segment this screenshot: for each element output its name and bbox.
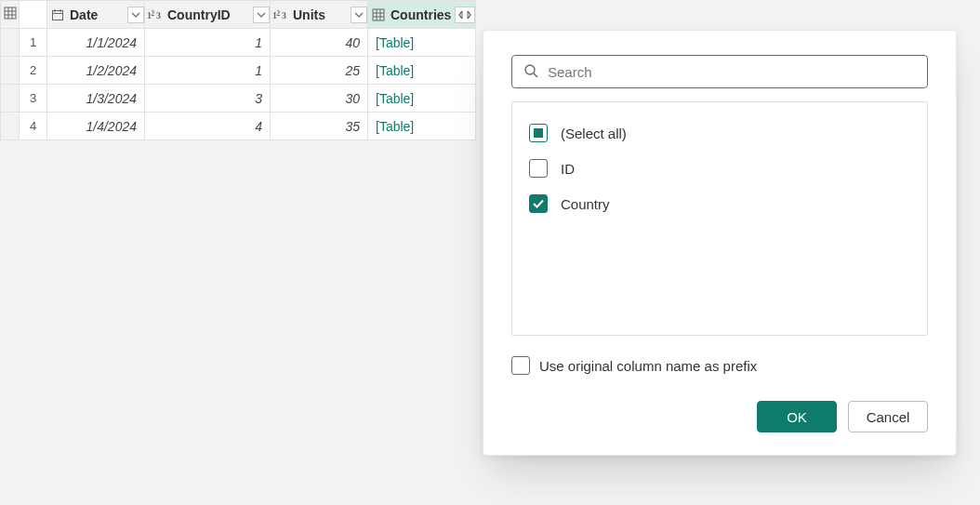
- checkbox-unchecked[interactable]: [511, 356, 530, 375]
- cell-date[interactable]: 1/1/2024: [47, 29, 145, 57]
- expand-column-popup: (Select all) ID Country Use original col…: [483, 30, 957, 456]
- cell-units[interactable]: 40: [271, 29, 368, 57]
- svg-text:3: 3: [156, 10, 161, 20]
- cell-countryid[interactable]: 3: [145, 85, 271, 113]
- table-icon: [370, 8, 387, 21]
- svg-rect-5: [53, 10, 63, 20]
- cell-units[interactable]: 30: [271, 85, 368, 113]
- cell-countryid[interactable]: 1: [145, 29, 271, 57]
- cell-countryid[interactable]: 4: [145, 113, 271, 140]
- option-select-all[interactable]: (Select all): [529, 115, 910, 151]
- row-number: 2: [20, 57, 47, 85]
- column-header-date[interactable]: Date: [47, 1, 145, 29]
- cell-countries[interactable]: [Table]: [368, 113, 476, 140]
- cell-units[interactable]: 25: [271, 57, 368, 85]
- option-label: (Select all): [561, 126, 627, 141]
- checkbox-checked[interactable]: [529, 194, 548, 213]
- number-type-icon: 123: [147, 8, 164, 21]
- checkbox-unchecked[interactable]: [529, 159, 548, 178]
- svg-rect-15: [373, 9, 384, 20]
- cancel-button[interactable]: Cancel: [848, 401, 928, 432]
- cell-date[interactable]: 1/4/2024: [47, 113, 145, 140]
- column-label: Countries: [391, 7, 451, 22]
- chevron-down-icon: [131, 12, 140, 18]
- column-header-units[interactable]: 123 Units: [271, 1, 368, 29]
- column-header-countries[interactable]: Countries: [368, 1, 476, 29]
- popup-button-row: OK Cancel: [511, 401, 928, 432]
- option-id[interactable]: ID: [529, 151, 910, 186]
- column-filter-button[interactable]: [253, 7, 270, 23]
- expand-column-button[interactable]: [455, 7, 475, 23]
- cell-countries[interactable]: [Table]: [368, 29, 476, 57]
- cell-countries[interactable]: [Table]: [368, 57, 476, 85]
- chevron-down-icon: [354, 12, 364, 18]
- column-filter-button[interactable]: [127, 7, 144, 23]
- column-label: Date: [70, 7, 124, 22]
- prefix-checkbox-row[interactable]: Use original column name as prefix: [511, 356, 928, 375]
- cell-countryid[interactable]: 1: [145, 57, 271, 85]
- prefix-label: Use original column name as prefix: [539, 358, 757, 374]
- cell-date[interactable]: 1/2/2024: [47, 57, 145, 85]
- option-country[interactable]: Country: [529, 186, 910, 221]
- ok-button[interactable]: OK: [757, 401, 837, 432]
- option-label: ID: [561, 161, 575, 177]
- check-icon: [533, 199, 544, 208]
- checkbox-indeterminate[interactable]: [529, 124, 548, 142]
- column-label: Units: [293, 7, 347, 22]
- search-icon: [523, 63, 538, 81]
- svg-text:2: 2: [277, 9, 281, 17]
- cell-date[interactable]: 1/3/2024: [47, 85, 145, 113]
- row-number: 1: [20, 29, 47, 57]
- row-header-column: [20, 1, 47, 29]
- column-label: CountryID: [167, 7, 249, 22]
- cell-units[interactable]: 35: [271, 113, 368, 140]
- table-body: 1 1/1/2024 1 40 [Table] 2 1/2/2024 1 25 …: [1, 29, 476, 140]
- cell-countries[interactable]: [Table]: [368, 85, 476, 113]
- number-type-icon: 123: [272, 8, 289, 21]
- row-number: 4: [20, 113, 47, 140]
- svg-line-23: [534, 73, 537, 77]
- data-grid: Date 123 CountryID: [0, 0, 476, 140]
- table-icon: [2, 7, 19, 20]
- column-filter-button[interactable]: [351, 7, 367, 23]
- expand-icon: [457, 9, 472, 20]
- table-row[interactable]: 3 1/3/2024 3 30 [Table]: [1, 85, 476, 113]
- row-number: 3: [20, 85, 47, 113]
- table-row[interactable]: 2 1/2/2024 1 25 [Table]: [1, 57, 476, 85]
- table-row[interactable]: 4 1/4/2024 4 35 [Table]: [1, 113, 476, 140]
- svg-rect-0: [5, 7, 16, 19]
- option-label: Country: [561, 196, 610, 212]
- column-options-list: (Select all) ID Country: [511, 101, 928, 336]
- column-header-countryid[interactable]: 123 CountryID: [145, 1, 271, 29]
- select-all-corner[interactable]: [1, 1, 20, 29]
- svg-text:3: 3: [282, 10, 286, 20]
- search-input[interactable]: [548, 64, 916, 80]
- calendar-icon: [49, 8, 66, 21]
- search-box[interactable]: [511, 55, 928, 88]
- table-row[interactable]: 1 1/1/2024 1 40 [Table]: [1, 29, 476, 57]
- svg-point-22: [525, 65, 535, 74]
- svg-text:2: 2: [152, 9, 155, 17]
- chevron-down-icon: [257, 12, 266, 18]
